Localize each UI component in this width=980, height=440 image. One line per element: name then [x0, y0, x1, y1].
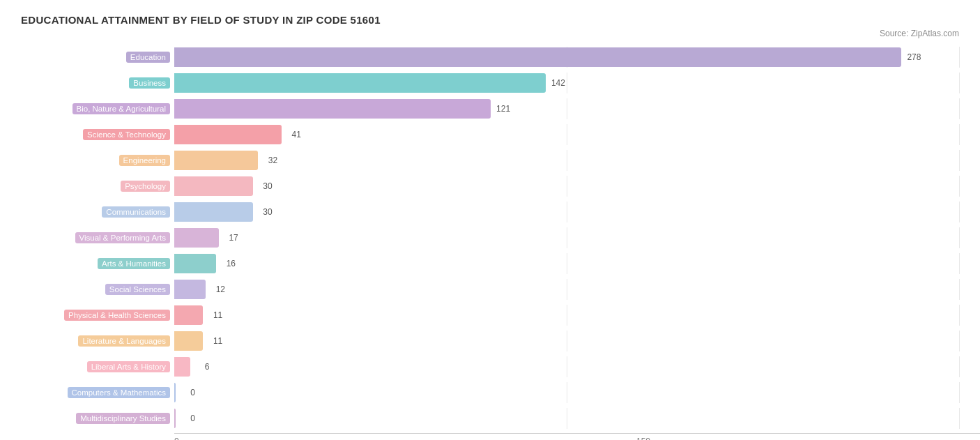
bar-row: Science & Technology41 [21, 123, 959, 146]
bar-row: Computers & Mathematics0 [21, 381, 959, 404]
bar-value-label: 17 [229, 233, 238, 243]
bar: 142 [174, 73, 546, 93]
grid-line-end [959, 150, 960, 171]
bar-label: Literature & Languages [21, 335, 174, 347]
bar-row: Bio, Nature & Agricultural121 [21, 97, 959, 121]
grid-line-end [959, 124, 960, 145]
bar-label-text: Social Sciences [105, 284, 170, 295]
grid-line-end [959, 382, 960, 403]
bar-value-label: 278 [907, 52, 921, 62]
bar-value-label: 11 [213, 336, 222, 346]
grid-line-mid [567, 356, 567, 377]
bar-container: 12 [174, 279, 959, 300]
bar-value-label: 41 [292, 130, 301, 139]
grid-line-mid [567, 408, 567, 429]
bar: 32 [174, 151, 258, 170]
grid-line-mid [567, 202, 567, 222]
grid-line-end [959, 408, 960, 429]
bar: 0 [174, 409, 176, 428]
grid-line-end [959, 356, 960, 377]
bar-container: 41 [174, 124, 959, 145]
source-label: Source: ZipAtlas.com [21, 29, 959, 38]
bar-label: Business [21, 77, 174, 89]
grid-line-end [959, 253, 960, 274]
grid-line-end [959, 305, 960, 326]
bar-label-text: Computers & Mathematics [68, 387, 171, 398]
grid-line-end [959, 279, 960, 300]
bar-label: Physical & Health Sciences [21, 310, 174, 321]
bar-row: Business142 [21, 71, 959, 95]
bar-label: Visual & Performing Arts [21, 232, 174, 243]
grid-line-end [959, 331, 960, 351]
bar-container: 0 [174, 382, 959, 403]
bar-label-text: Science & Technology [83, 129, 170, 140]
grid-line-end [959, 47, 960, 68]
bar-label-text: Visual & Performing Arts [75, 232, 170, 243]
bar: 121 [174, 99, 491, 119]
bar-label: Social Sciences [21, 284, 174, 295]
bar-row: Multidisciplinary Studies0 [21, 407, 959, 430]
bar-row: Visual & Performing Arts17 [21, 226, 959, 250]
bar-label-text: Liberal Arts & History [87, 361, 170, 372]
bar-label: Multidisciplinary Studies [21, 413, 174, 424]
bar-value-label: 11 [213, 310, 222, 320]
grid-line-mid [567, 176, 567, 197]
bar-value-label: 0 [190, 414, 195, 423]
grid-line-mid [567, 305, 567, 326]
grid-line-end [959, 176, 960, 197]
bar-label-text: Communications [102, 206, 170, 218]
bar-label-text: Education [126, 52, 170, 63]
bar-label-text: Psychology [121, 181, 170, 192]
chart-title: EDUCATIONAL ATTAINMENT BY FIELD OF STUDY… [21, 14, 959, 26]
bar-container: 11 [174, 331, 959, 351]
bar-value-label: 12 [216, 285, 225, 294]
bar-label-text: Literature & Languages [78, 335, 170, 347]
bar-value-label: 0 [190, 388, 195, 397]
x-tick-0: 0 [174, 434, 487, 440]
bar-label-text: Multidisciplinary Studies [76, 413, 170, 424]
bar-row: Social Sciences12 [21, 278, 959, 301]
bar-label-text: Bio, Nature & Agricultural [72, 103, 170, 114]
bar-value-label: 6 [205, 362, 210, 372]
bar-row: Education278 [21, 45, 959, 69]
grid-line-mid [567, 98, 567, 119]
grid-line-mid [567, 253, 567, 274]
bar: 17 [174, 228, 219, 248]
bar-value-label: 142 [551, 78, 565, 88]
bar-container: 6 [174, 356, 959, 377]
grid-line-mid [567, 382, 567, 403]
grid-line-mid [567, 227, 567, 248]
bar: 41 [174, 125, 282, 144]
x-axis: 0 150 300 [174, 433, 980, 440]
bar-container: 121 [174, 98, 959, 119]
bar: 16 [174, 254, 216, 273]
bar: 12 [174, 280, 206, 299]
bar-label: Science & Technology [21, 129, 174, 140]
bar-label: Computers & Mathematics [21, 387, 174, 398]
grid-line-end [959, 202, 960, 222]
bar-container: 0 [174, 408, 959, 429]
bar: 278 [174, 47, 901, 67]
bar-value-label: 30 [263, 207, 272, 217]
bar-value-label: 32 [268, 155, 277, 165]
grid-line-mid [567, 331, 567, 351]
grid-line-end [959, 73, 960, 93]
bar-label-text: Business [129, 77, 170, 89]
bar-label: Bio, Nature & Agricultural [21, 103, 174, 114]
bar: 30 [174, 202, 253, 222]
bar-container: 30 [174, 202, 959, 222]
grid-line-mid [567, 150, 567, 171]
bar-row: Arts & Humanities16 [21, 252, 959, 275]
x-tick-150: 150 [487, 434, 800, 440]
bar-label-text: Engineering [119, 155, 170, 166]
bar-row: Physical & Health Sciences11 [21, 303, 959, 327]
bar-label: Communications [21, 206, 174, 218]
bar: 6 [174, 357, 190, 377]
bar: 0 [174, 383, 176, 402]
grid-line-mid [567, 73, 567, 93]
grid-line-mid [567, 279, 567, 300]
bars-section: Education278Business142Bio, Nature & Agr… [21, 45, 959, 430]
grid-line-end [959, 227, 960, 248]
bar-row: Engineering32 [21, 149, 959, 172]
bar-container: 11 [174, 305, 959, 326]
